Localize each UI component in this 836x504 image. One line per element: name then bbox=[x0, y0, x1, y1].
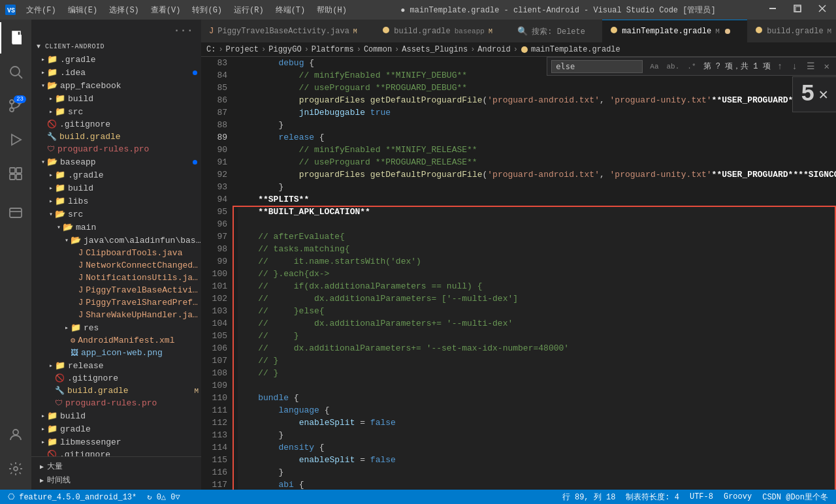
encoding[interactable]: UTF-8 bbox=[687, 492, 716, 501]
tree-item-ShareWakeUpHandler_java[interactable]: JShareWakeUpHandler.java bbox=[31, 309, 201, 321]
tree-item-AndroidManifest_xml[interactable]: ⚙AndroidManifest.xml bbox=[31, 334, 201, 347]
tree-item-_idea[interactable]: ▸📁.idea bbox=[31, 66, 201, 79]
menu-help[interactable]: 帮助(H) bbox=[312, 3, 352, 17]
extensions-activity-icon[interactable] bbox=[0, 158, 31, 189]
tree-item-gradle[interactable]: ▸📁gradle bbox=[31, 422, 201, 435]
find-menu-button[interactable]: ☰ bbox=[804, 59, 818, 73]
tree-item-build[interactable]: ▸📁build bbox=[31, 181, 201, 195]
tab-search[interactable]: 🔍 搜索: Delete × bbox=[509, 20, 602, 42]
svg-rect-19 bbox=[10, 174, 15, 180]
find-prev-button[interactable]: ↑ bbox=[775, 60, 785, 73]
tree-item-libs[interactable]: ▸📁libs bbox=[31, 195, 201, 208]
remote-activity-icon[interactable] bbox=[0, 197, 31, 228]
breadcrumb-part[interactable]: Common bbox=[364, 45, 392, 54]
tab-build-root[interactable]: build.gradle M × bbox=[747, 20, 836, 42]
search-activity-icon[interactable] bbox=[0, 56, 31, 87]
tree-item-build[interactable]: ▸📁build bbox=[31, 409, 201, 422]
tree-item-label: proguard-rules.pro bbox=[57, 144, 201, 154]
line-number: 102 bbox=[201, 292, 227, 305]
svg-point-28 bbox=[521, 46, 528, 53]
breadcrumb: C: › Project › PiggyGO › Platforms › Com… bbox=[201, 42, 836, 57]
menu-run[interactable]: 运行(R) bbox=[229, 3, 269, 17]
sidebar-more-button[interactable]: ··· bbox=[174, 25, 193, 37]
menu-view[interactable]: 查看(V) bbox=[146, 3, 186, 17]
tree-item-label: .gitignore bbox=[59, 119, 201, 129]
cursor-position[interactable]: 行 89, 列 18 bbox=[560, 492, 619, 503]
find-close-button[interactable]: ✕ bbox=[822, 59, 832, 73]
find-input[interactable] bbox=[551, 60, 643, 73]
tree-item-label: PiggyTravelSharedPreferences.java bbox=[86, 298, 201, 307]
menu-terminal[interactable]: 终端(T) bbox=[270, 3, 311, 17]
breadcrumb-part[interactable]: C: bbox=[206, 45, 216, 54]
breadcrumb-part[interactable]: PiggyGO bbox=[268, 45, 301, 54]
tab-piggy[interactable]: J PiggyTravelBaseActivity.java M × bbox=[201, 20, 374, 42]
menu-goto[interactable]: 转到(G) bbox=[187, 3, 227, 17]
tree-item-proguard_rules_pro[interactable]: 🛡proguard-rules.pro bbox=[31, 397, 201, 409]
breadcrumb-part[interactable]: Assets_Plugins bbox=[402, 45, 468, 54]
sidebar-section-timeline[interactable]: ▶ 时间线 bbox=[37, 473, 196, 487]
match-case-button[interactable]: Aa bbox=[647, 61, 662, 72]
tree-item-app_icon_web_png[interactable]: 🖼app_icon-web.png bbox=[31, 347, 201, 359]
tree-item-label: main bbox=[76, 223, 201, 232]
close-button[interactable] bbox=[814, 3, 831, 17]
tree-item-_gradle[interactable]: ▸📁.gradle bbox=[31, 168, 201, 181]
tree-item-libmessenger[interactable]: ▸📁libmessenger bbox=[31, 435, 201, 449]
tree-item-java_com_aladinfun_baseapp[interactable]: ▾📂java\com\aladinfun\baseapp bbox=[31, 234, 201, 247]
sync-status[interactable]: ↻ 0△ 0▽ bbox=[144, 492, 182, 502]
tree-item-PiggyTravelSharedPreferences_java[interactable]: JPiggyTravelSharedPreferences.java bbox=[31, 296, 201, 309]
tree-item-main[interactable]: ▾📂main bbox=[31, 221, 201, 234]
tree-item-NetworkConnectChangedReceiver_java[interactable]: JNetworkConnectChangedReceiver.java bbox=[31, 259, 201, 272]
settings-activity-icon[interactable] bbox=[0, 453, 31, 484]
tab-close-button[interactable]: × bbox=[361, 26, 366, 37]
use-regex-button[interactable]: .* bbox=[684, 61, 699, 72]
tree-item-label: java\com\aladinfun\baseapp bbox=[84, 236, 201, 245]
menu-edit[interactable]: 编辑(E) bbox=[63, 3, 103, 17]
tree-item-_gitignore[interactable]: 🚫.gitignore bbox=[31, 372, 201, 385]
menu-file[interactable]: 文件(F) bbox=[21, 3, 61, 17]
tree-item-proguard_rules_pro[interactable]: 🛡proguard-rules.pro bbox=[31, 143, 201, 155]
tree-item-NotificationsUtils_java[interactable]: JNotificationsUtils.java bbox=[31, 272, 201, 284]
tree-item-_gradle[interactable]: ▸📁.gradle bbox=[31, 53, 201, 66]
tab-close-button[interactable]: × bbox=[734, 26, 739, 37]
tree-item-release[interactable]: ▸📁release bbox=[31, 359, 201, 372]
menu-select[interactable]: 选择(S) bbox=[104, 3, 144, 17]
file-icon: 🛡 bbox=[55, 398, 63, 408]
tree-item-baseapp[interactable]: ▾📂baseapp bbox=[31, 155, 201, 168]
tree-item-app_facebook[interactable]: ▾📂app_facebook bbox=[31, 79, 201, 92]
line-number: 95 bbox=[201, 206, 227, 218]
tree-item-build_gradle[interactable]: 🔧build.gradleM bbox=[31, 385, 201, 397]
tab-close-button[interactable]: × bbox=[589, 26, 594, 37]
find-next-button[interactable]: ↓ bbox=[789, 60, 799, 73]
sidebar-section-big[interactable]: ▶ 大量 bbox=[37, 460, 196, 473]
tree-item-src[interactable]: ▸📁src bbox=[31, 105, 201, 118]
tab-main-template[interactable]: mainTemplate.gradle M × bbox=[602, 20, 747, 42]
tab-build-baseapp[interactable]: build.gradle baseapp M × bbox=[374, 20, 509, 42]
code-area[interactable]: debug { // minifyEnabled **MINIFY_DEBUG*… bbox=[233, 57, 836, 490]
tab-close-button[interactable]: × bbox=[496, 26, 502, 37]
match-word-button[interactable]: ab. bbox=[664, 61, 683, 72]
accounts-activity-icon[interactable] bbox=[0, 419, 31, 450]
breadcrumb-part[interactable]: mainTemplate.gradle bbox=[521, 45, 620, 54]
language-mode[interactable]: Groovy bbox=[721, 492, 754, 501]
breadcrumb-part[interactable]: Platforms bbox=[312, 45, 354, 54]
tree-item-label: .gradle bbox=[60, 55, 201, 65]
tree-item-res[interactable]: ▸📁res bbox=[31, 321, 201, 334]
tree-item-ClipboardTools_java[interactable]: JClipboardTools.java bbox=[31, 247, 201, 259]
tab-size[interactable]: 制表符长度: 4 bbox=[623, 492, 682, 503]
git-branch-status[interactable]: ⎔ feature_4.5.0_android_13* bbox=[5, 492, 139, 502]
minimize-button[interactable] bbox=[764, 3, 781, 17]
tree-item-PiggyTravelBaseActivity_java[interactable]: JPiggyTravelBaseActivity.java bbox=[31, 284, 201, 296]
explorer-activity-icon[interactable] bbox=[0, 22, 31, 54]
svg-rect-2 bbox=[769, 8, 776, 9]
tree-item-_gitignore[interactable]: 🚫.gitignore bbox=[31, 118, 201, 131]
tree-item-build[interactable]: ▸📁build bbox=[31, 92, 201, 105]
run-activity-icon[interactable] bbox=[0, 124, 31, 155]
breadcrumb-part[interactable]: Android bbox=[477, 45, 510, 54]
tree-item-src[interactable]: ▾📂src bbox=[31, 208, 201, 221]
tree-item-build_gradle[interactable]: 🔧build.gradle bbox=[31, 131, 201, 143]
source-control-activity-icon[interactable]: 23 bbox=[0, 90, 31, 121]
breadcrumb-part[interactable]: Project bbox=[226, 45, 259, 54]
root-folder[interactable]: ▼ CLIENT-ANDROID bbox=[37, 43, 104, 50]
maximize-button[interactable] bbox=[789, 3, 806, 17]
tree-item-_gitignore[interactable]: 🚫.gitignore bbox=[31, 449, 201, 456]
